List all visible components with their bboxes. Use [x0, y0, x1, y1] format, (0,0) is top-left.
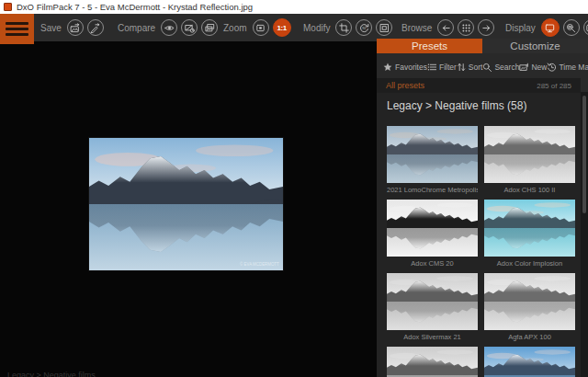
preset-thumbnail	[484, 126, 575, 183]
preset-thumbnail	[387, 347, 478, 377]
main-photo: © EVA MCDERMOTT	[89, 138, 283, 270]
svg-text:© EVA MCDERMOTT: © EVA MCDERMOTT	[240, 261, 279, 267]
crop-icon	[339, 23, 349, 33]
sort-menu[interactable]: Sort	[457, 63, 483, 72]
rotate-button[interactable]: 90	[356, 19, 372, 36]
compare-group: Compare	[118, 14, 218, 41]
presets-filter-bar: Favorites Filter Sort Search New Time Ma…	[383, 57, 576, 76]
modify-group: Modify 90	[303, 14, 392, 41]
star-icon	[383, 63, 392, 72]
image-canvas[interactable]: © EVA MCDERMOTT Legacy > Negative films	[0, 41, 377, 377]
canvas-preset-caption: Legacy > Negative films	[7, 371, 96, 377]
frame-button[interactable]	[376, 19, 392, 36]
preset-thumbnail	[387, 200, 478, 257]
window-title: DxO FilmPack 7 - 5 - Eva McDermott - Kry…	[17, 2, 253, 12]
browse-group: Browse	[401, 14, 494, 41]
preset-item[interactable]: 2021 LomoChrome Metropolis 10...	[387, 126, 478, 194]
sort-icon	[457, 63, 466, 72]
save-group-label: Save	[40, 23, 62, 33]
browse-group-label: Browse	[401, 23, 432, 33]
preset-thumbnail	[484, 347, 575, 377]
export-image-button[interactable]	[67, 19, 84, 36]
zoom-1to1-button[interactable]: 1:1	[273, 18, 291, 37]
export-edit-button[interactable]	[87, 19, 104, 36]
preset-thumbnail	[484, 273, 575, 330]
preset-item[interactable]	[387, 347, 478, 377]
preset-item[interactable]: Adox CHS 100 II	[484, 126, 575, 194]
image-stack-icon	[205, 23, 215, 33]
preset-item[interactable]: Agfa APX 100	[484, 273, 575, 341]
scrollbar-thumb[interactable]	[582, 96, 586, 213]
preset-item[interactable]: Adox Color Implosion	[484, 200, 575, 268]
image-export-icon	[70, 23, 80, 33]
panel-tabs: Presets Customize	[377, 39, 588, 53]
preset-label: Adox CMS 20	[387, 259, 478, 268]
new-preset-button[interactable]: New	[519, 63, 547, 72]
split-view-icon	[185, 23, 195, 33]
compare-group-label: Compare	[118, 23, 155, 33]
display-group: Display	[505, 14, 588, 41]
tab-customize[interactable]: Customize	[482, 39, 588, 53]
display-group-label: Display	[505, 23, 536, 33]
hamburger-icon	[6, 22, 28, 25]
preset-label: Adox Color Implosion	[484, 259, 575, 268]
loupe-icon	[566, 23, 576, 33]
fit-screen-icon	[255, 23, 266, 33]
display-loupe-button[interactable]	[563, 19, 580, 36]
app-icon	[4, 3, 12, 11]
tab-presets[interactable]: Presets	[377, 39, 482, 53]
crop-button[interactable]	[335, 19, 352, 36]
presets-panel: Presets Customize Favorites Filter Sort …	[377, 39, 588, 377]
panel-scrollbar[interactable]	[581, 92, 588, 377]
display-monitor-button[interactable]	[541, 18, 560, 37]
zoom-group: Zoom 1:1	[223, 14, 291, 41]
filter-list-icon	[427, 63, 436, 72]
zoom-fit-button[interactable]	[253, 19, 269, 36]
image-browser-button[interactable]	[458, 19, 474, 36]
preset-label: Agfa APX 100	[484, 333, 575, 341]
save-group: Save	[40, 14, 104, 41]
svg-text:90: 90	[362, 26, 366, 29]
display-histogram-button[interactable]	[583, 19, 588, 36]
scope-label: All presets	[386, 81, 537, 90]
preset-section-title: Legacy > Negative films (58)	[387, 99, 526, 112]
preset-label: Adox Silvermax 21	[387, 333, 478, 341]
compare-preview-button[interactable]	[161, 19, 177, 36]
arrow-right-icon	[481, 23, 492, 33]
zoom-ratio-label: 1:1	[277, 24, 287, 32]
rotate-90-icon: 90	[359, 23, 369, 33]
new-preset-icon	[519, 63, 528, 72]
preset-item[interactable]: Adox CMS 20	[387, 200, 478, 268]
preset-scope-bar[interactable]: All presets 285 of 285	[377, 78, 581, 93]
compare-stack-button[interactable]	[201, 19, 218, 36]
arrow-left-icon	[441, 23, 451, 33]
preset-item[interactable]	[484, 347, 575, 377]
next-image-button[interactable]	[478, 19, 494, 36]
zoom-group-label: Zoom	[223, 23, 247, 33]
time-machine-button[interactable]: Time Machine	[547, 63, 588, 72]
title-bar: DxO FilmPack 7 - 5 - Eva McDermott - Kry…	[0, 0, 588, 14]
scope-count: 285 of 285	[537, 82, 571, 90]
grid-icon	[461, 23, 471, 33]
edit-export-icon	[90, 23, 100, 33]
monitor-icon	[545, 23, 555, 33]
search-button[interactable]: Search	[482, 63, 519, 72]
time-machine-icon	[547, 63, 556, 72]
filter-menu[interactable]: Filter	[427, 63, 457, 72]
preset-grid: 2021 LomoChrome Metropolis 10... Adox CH…	[387, 126, 576, 377]
preset-thumbnail	[387, 273, 478, 330]
preset-thumbnail	[387, 126, 478, 183]
preset-label: 2021 LomoChrome Metropolis 10...	[387, 186, 478, 194]
main-menu-button[interactable]	[0, 14, 34, 44]
frame-icon	[379, 23, 390, 33]
preset-label: Adox CHS 100 II	[484, 186, 575, 194]
preset-item[interactable]: Adox Silvermax 21	[387, 273, 478, 341]
favorites-filter[interactable]: Favorites	[383, 63, 427, 72]
compare-split-button[interactable]	[181, 19, 198, 36]
preset-thumbnail	[484, 200, 575, 257]
previous-image-button[interactable]	[437, 19, 454, 36]
search-icon	[482, 63, 492, 72]
eye-icon	[164, 23, 175, 33]
modify-group-label: Modify	[303, 23, 330, 33]
